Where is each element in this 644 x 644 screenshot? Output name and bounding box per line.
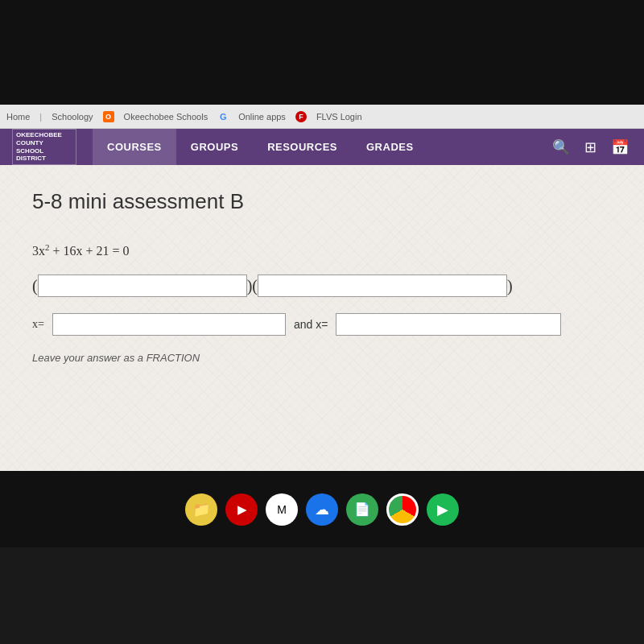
nav-groups[interactable]: GROUPS xyxy=(176,129,253,165)
docs-icon[interactable]: 📄 xyxy=(346,493,378,526)
x-row: x= and x= xyxy=(32,313,612,336)
right-paren-close-left: )( xyxy=(247,277,258,295)
and-label: and x= xyxy=(294,318,328,331)
youtube-icon[interactable]: ▶ xyxy=(225,493,258,526)
factor-right-input[interactable] xyxy=(258,275,507,297)
grid-icon[interactable]: ⊞ xyxy=(581,135,600,159)
browser-bar: Home | Schoology O Okeechobee Schools G … xyxy=(0,105,644,129)
schoology-link[interactable]: Schoology xyxy=(52,112,93,122)
equation: 3x2 + 16x + 21 = 0 xyxy=(32,242,612,258)
factor-left-input[interactable] xyxy=(38,275,247,297)
bottom-bezel: 📁 ▶ M ☁ 📄 ▶ xyxy=(0,471,644,547)
calendar-icon[interactable]: 📅 xyxy=(608,135,632,159)
page-title: 5-8 mini assessment B xyxy=(32,189,612,214)
right-paren-close: ) xyxy=(507,277,513,295)
left-paren-open: ( xyxy=(32,277,38,295)
separator-1: | xyxy=(39,112,42,122)
screen: Home | Schoology O Okeechobee Schools G … xyxy=(0,0,644,644)
google-favicon: G xyxy=(217,111,229,122)
okeechobee-favicon: O xyxy=(103,111,114,122)
flvs-link[interactable]: FLVS Login xyxy=(316,112,362,122)
drive-icon[interactable]: ☁ xyxy=(306,493,338,526)
instruction-text: Leave your answer as a FRACTION xyxy=(32,352,612,364)
factor-row: ( )( ) xyxy=(32,275,612,297)
nav-courses[interactable]: COURSES xyxy=(93,129,176,165)
home-link[interactable]: Home xyxy=(6,112,30,122)
nav-icons: 🔍 ⊞ 📅 xyxy=(549,135,632,159)
flvs-favicon: F xyxy=(295,111,307,122)
online-apps-link[interactable]: Online apps xyxy=(238,112,286,122)
x-input-2[interactable] xyxy=(336,313,561,336)
nav-resources[interactable]: RESOURCES xyxy=(253,129,352,165)
play-icon[interactable]: ▶ xyxy=(427,493,459,526)
x-input-1[interactable] xyxy=(52,313,286,336)
main-content: 5-8 mini assessment B 3x2 + 16x + 21 = 0… xyxy=(0,165,644,471)
top-bezel xyxy=(0,0,644,105)
chrome-icon[interactable] xyxy=(386,493,419,526)
search-icon[interactable]: 🔍 xyxy=(549,135,573,159)
okeechobee-link[interactable]: Okeechobee Schools xyxy=(124,112,208,122)
gmail-icon[interactable]: M xyxy=(266,493,298,526)
nav-bar: OKEECHOBEE COUNTY SCHOOL DISTRICT COURSE… xyxy=(0,129,644,165)
school-logo: OKEECHOBEE COUNTY SCHOOL DISTRICT xyxy=(12,129,76,164)
x-label-1: x= xyxy=(32,318,44,331)
nav-grades[interactable]: GRADES xyxy=(352,129,428,165)
files-icon[interactable]: 📁 xyxy=(185,493,217,526)
nav-items: COURSES GROUPS RESOURCES GRADES xyxy=(93,129,549,165)
